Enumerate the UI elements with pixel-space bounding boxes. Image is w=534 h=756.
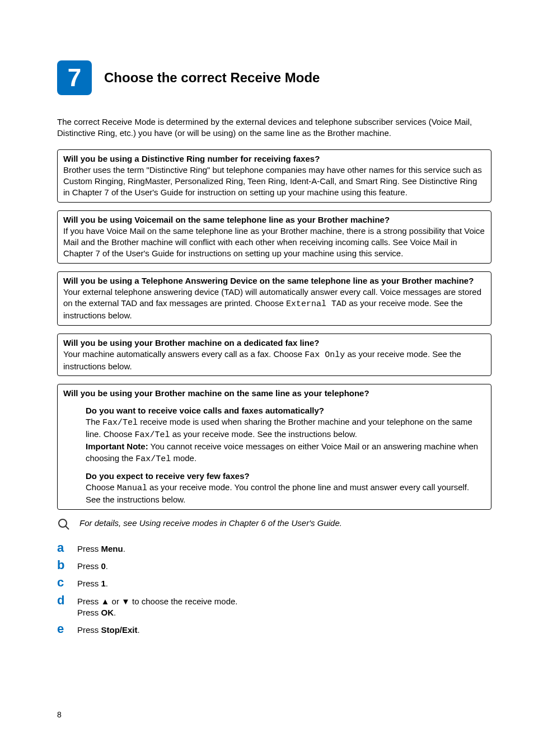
sub-body-few: Choose Manual as your receive mode. You … xyxy=(86,482,485,506)
body-dedicated-fax: Your machine automatically answers every… xyxy=(63,349,485,373)
question-distinctive-ring: Will you be using a Distinctive Ring num… xyxy=(63,153,485,165)
page-title: Choose the correct Receive Mode xyxy=(104,69,320,87)
body-voicemail: If you have Voice Mail on the same telep… xyxy=(63,226,485,260)
down-arrow-icon: ▼ xyxy=(121,597,130,606)
step-letter-c: c xyxy=(57,576,77,589)
note-text: For details, see Using receive modes in … xyxy=(79,518,342,529)
step-a: a Press Menu. xyxy=(57,542,491,555)
box-tad: Will you be using a Telephone Answering … xyxy=(57,271,491,326)
step-letter-a: a xyxy=(57,542,77,554)
box-distinctive-ring: Will you be using a Distinctive Ring num… xyxy=(57,149,491,203)
step-letter-d: d xyxy=(57,594,77,607)
question-tad: Will you be using a Telephone Answering … xyxy=(63,275,485,287)
svg-point-0 xyxy=(59,519,67,527)
question-dedicated-fax: Will you be using your Brother machine o… xyxy=(63,337,485,349)
step-b: b Press 0. xyxy=(57,559,491,572)
sub-few-faxes: Do you expect to receive very few faxes?… xyxy=(63,471,485,506)
step-letter-e: e xyxy=(57,623,77,635)
step-c: c Press 1. xyxy=(57,576,491,589)
instruction-steps: a Press Menu. b Press 0. c Press 1. d Pr… xyxy=(57,542,491,636)
code-fax-tel-3: Fax/Tel xyxy=(135,454,171,464)
page-number: 8 xyxy=(57,710,62,720)
box-voicemail: Will you be using Voicemail on the same … xyxy=(57,210,491,264)
step-letter-b: b xyxy=(57,559,77,571)
svg-line-1 xyxy=(65,526,69,529)
body-tad: Your external telephone answering device… xyxy=(63,287,485,322)
body-distinctive-ring: Brother uses the term "Distinctive Ring"… xyxy=(63,165,485,199)
code-fax-only: Fax Only xyxy=(305,350,345,360)
sub-auto: Do you want to receive voice calls and f… xyxy=(63,405,485,465)
note-row: For details, see Using receive modes in … xyxy=(57,518,491,534)
code-external-tad: External TAD xyxy=(286,299,346,309)
intro-text: The correct Receive Mode is determined b… xyxy=(57,116,491,139)
box-dedicated-fax: Will you be using your Brother machine o… xyxy=(57,334,491,377)
sub-body-auto: The Fax/Tel receive mode is used when sh… xyxy=(86,416,485,442)
question-same-line: Will you be using your Brother machine o… xyxy=(63,388,485,399)
sub-body-auto-note: Important Note: You cannot receive voice… xyxy=(86,441,485,465)
step-number-badge: 7 xyxy=(57,60,92,95)
question-voicemail: Will you be using Voicemail on the same … xyxy=(63,214,485,226)
magnifier-icon xyxy=(57,518,73,534)
up-arrow-icon: ▲ xyxy=(101,597,110,606)
sub-question-auto: Do you want to receive voice calls and f… xyxy=(86,405,485,416)
step-header: 7 Choose the correct Receive Mode xyxy=(57,60,491,95)
sub-question-few: Do you expect to receive very few faxes? xyxy=(86,471,485,482)
code-fax-tel-1: Fax/Tel xyxy=(102,418,138,428)
step-e: e Press Stop/Exit. xyxy=(57,623,491,636)
code-manual: Manual xyxy=(117,483,147,493)
code-fax-tel-2: Fax/Tel xyxy=(135,430,170,440)
step-d: d Press ▲ or ▼ to choose the receive mod… xyxy=(57,594,491,619)
box-same-line: Will you be using your Brother machine o… xyxy=(57,384,491,509)
